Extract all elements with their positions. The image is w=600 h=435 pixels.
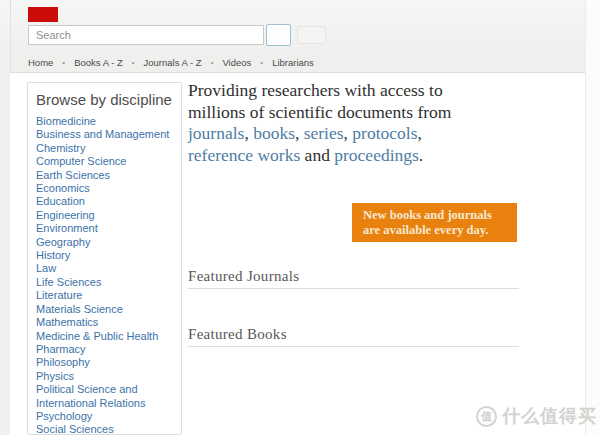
discipline-list: Biomedicine Business and Management Chem… [36,115,173,435]
nav-separator: • [260,58,263,67]
intro-link-series[interactable]: series [304,123,344,143]
nav-item-books-a-z[interactable]: Books A - Z [74,57,123,68]
search-button[interactable] [266,24,291,46]
discipline-link-engineering[interactable]: Engineering [36,209,173,222]
featured-books-heading: Featured Books [188,326,287,343]
discipline-link-social-sciences[interactable]: Social Sciences [36,423,173,435]
discipline-link-philosophy[interactable]: Philosophy [36,356,173,369]
intro-text: , [344,123,353,143]
watermark-text: 什么值得买 [502,404,597,428]
nav-separator: • [62,58,65,67]
nav-item-journals-a-z[interactable]: Journals A - Z [144,57,202,68]
main-nav: Home • Books A - Z • Journals A - Z • Vi… [28,57,314,68]
discipline-link-computer-science[interactable]: Computer Science [36,155,173,168]
secondary-button[interactable] [297,26,326,44]
intro-text: millions of scientific documents from [188,102,451,122]
intro-link-protocols[interactable]: protocols [352,123,417,143]
discipline-link-earth-sciences[interactable]: Earth Sciences [36,169,173,182]
discipline-link-law[interactable]: Law [36,262,173,275]
intro-text: , [417,123,421,143]
discipline-link-history[interactable]: History [36,249,173,262]
promo-line-1: New books and journals [363,208,492,222]
nav-item-librarians[interactable]: Librarians [272,57,314,68]
discipline-link-medicine-public-health[interactable]: Medicine & Public Health [36,330,173,343]
intro-link-proceedings[interactable]: proceedings [334,145,419,165]
intro-paragraph: Providing researchers with access tomill… [188,80,533,166]
nav-item-home[interactable]: Home [28,57,53,68]
intro-link-books[interactable]: books [253,123,295,143]
section-divider [188,288,519,289]
featured-journals-heading: Featured Journals [188,268,299,285]
discipline-link-environment[interactable]: Environment [36,222,173,235]
section-divider [188,346,519,347]
intro-text: , [244,123,253,143]
search-input[interactable] [28,25,264,45]
discipline-link-literature[interactable]: Literature [36,289,173,302]
discipline-link-education[interactable]: Education [36,195,173,208]
discipline-link-geography[interactable]: Geography [36,236,173,249]
nav-item-videos[interactable]: Videos [222,57,251,68]
nav-separator: • [132,58,135,67]
intro-text: . [419,145,423,165]
intro-link-journals[interactable]: journals [188,123,244,143]
promo-line-2: are available every day. [363,223,488,237]
discipline-link-life-sciences[interactable]: Life Sciences [36,276,173,289]
browse-by-discipline-panel: Browse by discipline Biomedicine Busines… [27,82,182,435]
page-right-gutter [585,0,600,435]
intro-text: , [295,123,304,143]
promo-banner: New books and journalsare available ever… [352,203,517,242]
discipline-link-biomedicine[interactable]: Biomedicine [36,115,173,128]
intro-text: Providing researchers with access to [188,80,443,100]
discipline-link-psychology[interactable]: Psychology [36,410,173,423]
page: Home • Books A - Z • Journals A - Z • Vi… [0,0,600,435]
discipline-link-physics[interactable]: Physics [36,370,173,383]
discipline-link-political-science[interactable]: Political Science and International Rela… [36,383,173,410]
discipline-link-chemistry[interactable]: Chemistry [36,142,173,155]
logo[interactable] [28,7,58,22]
watermark-logo-icon: 值 [476,406,497,427]
sidebar-title: Browse by discipline [36,91,173,108]
discipline-link-mathematics[interactable]: Mathematics [36,316,173,329]
intro-text: and [300,145,334,165]
discipline-link-economics[interactable]: Economics [36,182,173,195]
intro-link-reference-works[interactable]: reference works [188,145,300,165]
discipline-link-materials-science[interactable]: Materials Science [36,303,173,316]
watermark: 值 什么值得买 [476,404,597,428]
nav-separator: • [211,58,214,67]
discipline-link-pharmacy[interactable]: Pharmacy [36,343,173,356]
discipline-link-business-and-management[interactable]: Business and Management [36,128,173,141]
